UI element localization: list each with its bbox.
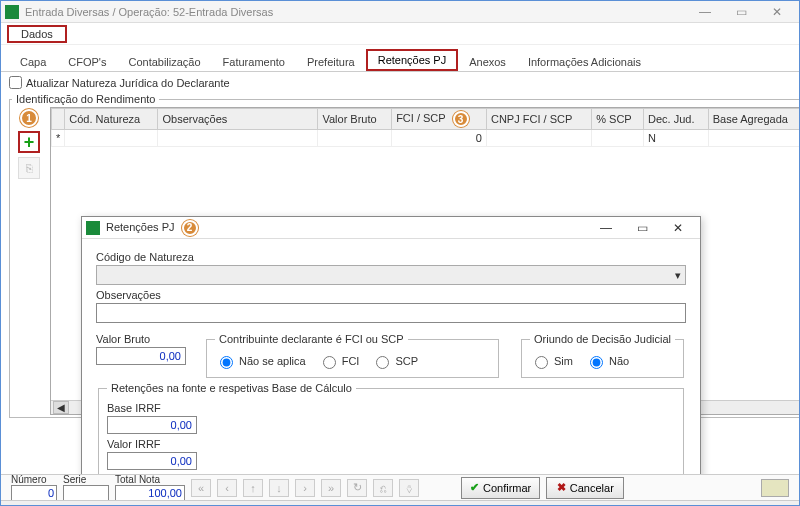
status-empresa-value: 2-NBS Veiculos Espirito Santo S.: [60, 503, 232, 507]
radio-scp[interactable]: SCP: [371, 353, 418, 369]
nav-refresh[interactable]: ↻: [347, 479, 367, 497]
lbl-valor-bruto: Valor Bruto: [96, 333, 186, 345]
callout-1: 1: [20, 109, 38, 127]
input-total-nota[interactable]: [115, 485, 185, 501]
col-cnpj-fci-scp[interactable]: CNPJ FCI / SCP: [486, 109, 591, 130]
col-fci-scp[interactable]: FCI / SCP 3: [392, 109, 487, 130]
grid-row-indicator-header: [52, 109, 65, 130]
col-pct-scp[interactable]: % SCP: [592, 109, 644, 130]
group-retencoes-fonte: Retenções na fonte e respetivas Base de …: [98, 382, 684, 479]
delete-row-button[interactable]: ⎘: [18, 157, 40, 179]
modal-app-icon: [86, 221, 100, 235]
nav-next[interactable]: ›: [295, 479, 315, 497]
col-base-agregada[interactable]: Base Agregada: [708, 109, 800, 130]
status-usuario-label: Usuário:: [256, 503, 301, 507]
btn-cancelar[interactable]: ✖Cancelar: [546, 477, 624, 499]
lbl-serie: Serie: [63, 474, 86, 485]
modal-close-button[interactable]: ✕: [660, 221, 696, 235]
app-icon: [5, 5, 19, 19]
check-icon: ✔: [470, 481, 479, 494]
minimize-button[interactable]: —: [687, 5, 723, 19]
modal-minimize-button[interactable]: —: [588, 221, 624, 235]
modal-title: Retenções PJ 2: [106, 220, 588, 236]
menubar: Dados: [1, 23, 799, 45]
cell-pct-scp[interactable]: [592, 130, 644, 147]
tab-faturamento[interactable]: Faturamento: [212, 52, 296, 71]
lbl-codigo-natureza: Código de Natureza: [96, 251, 686, 263]
radio-sim[interactable]: Sim: [530, 353, 573, 369]
group-retencoes-legend: Retenções na fonte e respetivas Base de …: [107, 382, 356, 394]
window-title: Entrada Diversas / Operação: 52-Entrada …: [25, 6, 687, 18]
tab-cfops[interactable]: CFOP's: [57, 52, 117, 71]
lbl-total-nota: Total Nota: [115, 474, 160, 485]
tab-retencoes-pj[interactable]: Retenções PJ: [366, 49, 458, 71]
input-valor-bruto[interactable]: [96, 347, 186, 365]
radio-nao[interactable]: Não: [585, 353, 629, 369]
lbl-base-irrf: Base IRRF: [107, 402, 675, 414]
tab-capa[interactable]: Capa: [9, 52, 57, 71]
tab-informacoes-adicionais[interactable]: Informações Adicionais: [517, 52, 652, 71]
col-valor-bruto[interactable]: Valor Bruto: [318, 109, 392, 130]
x-icon: ✖: [557, 481, 566, 494]
tab-contabilizacao[interactable]: Contabilização: [117, 52, 211, 71]
cell-cod-natureza[interactable]: [65, 130, 158, 147]
menu-dados[interactable]: Dados: [7, 25, 67, 43]
statusbar: Empresa: 2-NBS Veiculos Espirito Santo S…: [1, 500, 799, 506]
bottom-toolbar: Número Serie Total Nota « ‹ ↑ ↓ › » ↻ ⎌ …: [1, 474, 799, 500]
cell-observacoes[interactable]: [158, 130, 318, 147]
callout-3: 3: [453, 111, 469, 127]
group-contribuinte-fci-scp: Contribuinte declarante é FCI ou SCP Não…: [206, 333, 499, 378]
group-identificacao-legend: Identificação do Rendimento: [12, 93, 159, 105]
add-row-button[interactable]: +: [18, 131, 40, 153]
nav-extra2[interactable]: ⎀: [399, 479, 419, 497]
nav-first[interactable]: «: [191, 479, 211, 497]
window-titlebar: Entrada Diversas / Operação: 52-Entrada …: [1, 1, 799, 23]
cell-fci-scp[interactable]: 0: [392, 130, 487, 147]
exit-tool-icon[interactable]: [761, 479, 789, 497]
plus-icon: +: [24, 133, 35, 151]
lbl-valor-irrf: Valor IRRF: [107, 438, 675, 450]
maximize-button[interactable]: ▭: [723, 5, 759, 19]
modal-maximize-button[interactable]: ▭: [624, 221, 660, 235]
status-versao-value: 9.886.0.0: [418, 503, 464, 507]
nav-prev[interactable]: ‹: [217, 479, 237, 497]
chk-atualizar-label: Atualizar Natureza Jurídica do Declarant…: [26, 77, 230, 89]
dropdown-codigo-natureza[interactable]: ▾: [96, 265, 686, 285]
input-base-irrf[interactable]: [107, 416, 197, 434]
col-fci-scp-label: FCI / SCP: [396, 112, 445, 124]
table-row[interactable]: * 0 N: [52, 130, 801, 147]
radio-nao-se-aplica[interactable]: Não se aplica: [215, 353, 306, 369]
lbl-numero: Número: [11, 474, 47, 485]
cell-dec-jud[interactable]: N: [644, 130, 709, 147]
status-empresa-label: Empresa:: [7, 503, 57, 507]
col-dec-jud[interactable]: Dec. Jud.: [644, 109, 709, 130]
modal-retencoes-pj: Retenções PJ 2 — ▭ ✕ Código de Natureza …: [81, 216, 701, 506]
status-usuario-value: NBSDOC: [304, 503, 352, 507]
tab-anexos[interactable]: Anexos: [458, 52, 517, 71]
cell-base-agregada[interactable]: [708, 130, 800, 147]
tab-prefeitura[interactable]: Prefeitura: [296, 52, 366, 71]
lbl-observacoes: Observações: [96, 289, 686, 301]
chevron-down-icon: ▾: [675, 269, 681, 282]
input-serie[interactable]: [63, 485, 109, 501]
chk-atualizar-natureza[interactable]: [9, 76, 22, 89]
col-observacoes[interactable]: Observações: [158, 109, 318, 130]
nav-extra1[interactable]: ⎌: [373, 479, 393, 497]
cell-cnpj[interactable]: [486, 130, 591, 147]
group-oriundo-decisao: Oriundo de Decisão Judicial Sim Não: [521, 333, 684, 378]
main-tabs: Capa CFOP's Contabilização Faturamento P…: [1, 45, 799, 72]
col-cod-natureza[interactable]: Cód. Natureza: [65, 109, 158, 130]
input-valor-irrf[interactable]: [107, 452, 197, 470]
cell-valor-bruto[interactable]: [318, 130, 392, 147]
nav-up[interactable]: ↑: [243, 479, 263, 497]
group-oriundo-legend: Oriundo de Decisão Judicial: [530, 333, 675, 345]
row-indicator: *: [52, 130, 65, 147]
close-button[interactable]: ✕: [759, 5, 795, 19]
group-contribuinte-legend: Contribuinte declarante é FCI ou SCP: [215, 333, 408, 345]
input-numero[interactable]: [11, 485, 57, 501]
nav-down[interactable]: ↓: [269, 479, 289, 497]
nav-last[interactable]: »: [321, 479, 341, 497]
input-observacoes[interactable]: [96, 303, 686, 323]
btn-confirmar[interactable]: ✔Confirmar: [461, 477, 540, 499]
radio-fci[interactable]: FCI: [318, 353, 360, 369]
